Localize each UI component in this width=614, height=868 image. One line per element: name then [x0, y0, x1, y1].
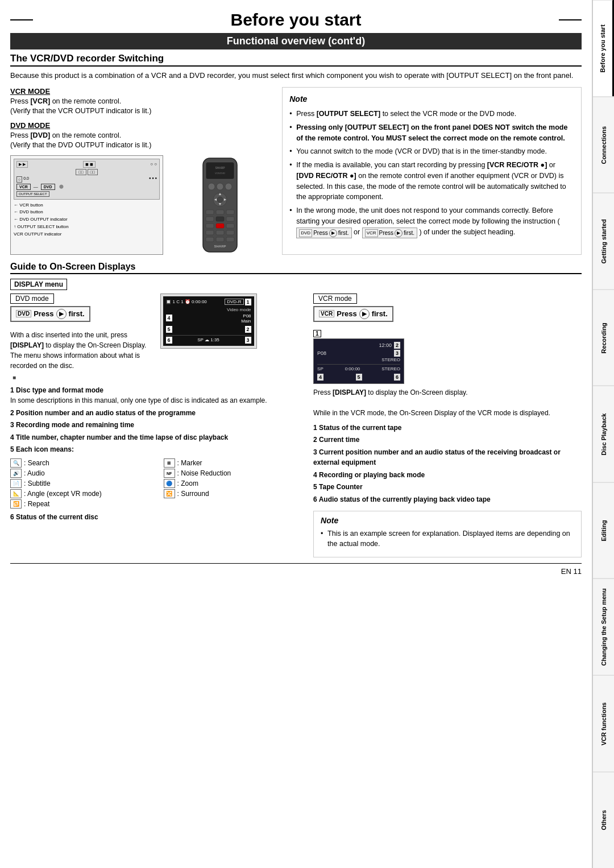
vcr-desc-text: Press [DISPLAY] to display the On-Screen… [313, 387, 582, 418]
side-tab-others[interactable]: Others [593, 772, 614, 869]
dvd-items-list: 1 Disc type and format mode In some desc… [10, 385, 305, 456]
side-tab-before-you-start[interactable]: Before you start [593, 0, 614, 97]
page-number: EN 11 [561, 567, 582, 576]
vcr-button-label: ← VCR button [14, 202, 160, 209]
side-tab-connections[interactable]: Connections [593, 97, 614, 193]
bottom-bar: EN 11 [10, 563, 582, 576]
instruction-inline-dvd: DVD Press ▶ first. [296, 228, 351, 238]
svg-rect-14 [216, 210, 224, 214]
svg-rect-27 [226, 237, 234, 242]
vcr-mode-desc: Press [VCR] on the remote control.(Verif… [10, 97, 273, 117]
svg-point-6 [225, 183, 232, 190]
dvd-output-label: ← DVD OUTPUT indicator [14, 216, 160, 224]
side-tab-recording[interactable]: Recording [593, 290, 614, 386]
svg-rect-1 [206, 162, 234, 179]
svg-rect-15 [226, 210, 234, 214]
bottom-note: Note This is an example screen for expla… [313, 511, 582, 558]
svg-text:SHARP: SHARP [214, 245, 226, 248]
svg-rect-13 [206, 210, 214, 214]
svg-text:SHARP: SHARP [215, 166, 225, 170]
page-title: Before you start [10, 6, 582, 33]
side-tab-editing[interactable]: Editing [593, 482, 614, 579]
svg-rect-21 [226, 224, 234, 228]
side-tab-disc-playback[interactable]: Disc Playback [593, 386, 614, 482]
display-menu-label: DISPLAY menu [10, 279, 67, 290]
guide-title: Guide to On-Screen Displays [10, 262, 582, 274]
svg-point-4 [208, 183, 215, 190]
dvd-press-first: DVD Press ▶ first. [10, 306, 90, 322]
note-item-5: In the wrong mode, the unit does not res… [289, 205, 574, 238]
section-title-bar: Functional overview (cont'd) [10, 33, 582, 49]
svg-text:VCR/DVD: VCR/DVD [215, 172, 225, 175]
vcr-mode-label: VCR MODE [10, 87, 273, 96]
bottom-note-item: This is an example screen for explanatio… [321, 528, 574, 550]
note-item-1: Press [OUTPUT SELECT] to select the VCR … [289, 109, 574, 119]
svg-text:▲: ▲ [218, 192, 222, 196]
note-item-4: If the media is available, you can start… [289, 160, 574, 202]
svg-rect-25 [206, 237, 214, 242]
icons-table: 🔍: Search ▦: Marker 🔊: Audio NF: Noise R… [10, 458, 305, 509]
vcr-items-list: 1 Status of the current tape 2 Current t… [313, 423, 582, 505]
svg-rect-26 [216, 237, 224, 242]
svg-point-5 [217, 183, 223, 190]
svg-rect-19 [206, 224, 214, 228]
output-select-label: ↑ OUTPUT SELECT button [14, 224, 160, 231]
side-tab-vcr-functions[interactable]: VCR functions [593, 675, 614, 772]
svg-rect-24 [226, 230, 234, 235]
note-item-2: Pressing only [OUTPUT SELECT] on the fro… [289, 122, 574, 144]
svg-rect-17 [216, 217, 224, 221]
svg-rect-16 [206, 217, 214, 221]
instruction-inline-vcr: VCR Press ▶ first. [362, 228, 417, 238]
dvd-mode-desc: Press [DVD] on the remote control.(Verif… [10, 131, 273, 151]
vcr-press-first: VCR Press ▶ first. [313, 306, 393, 322]
svg-rect-22 [206, 230, 214, 235]
vcr-dvd-title: The VCR/DVD recorder Switching [10, 53, 582, 67]
dvd-mode-box: DVD mode [10, 294, 54, 304]
note-title: Note [289, 93, 574, 106]
note-item-3: You cannot switch to the mode (VCR or DV… [289, 146, 574, 157]
svg-text:►: ► [223, 197, 227, 201]
vcr-output-label: VCR OUTPUT indicator [14, 231, 160, 238]
svg-rect-23 [216, 230, 224, 235]
svg-text:◄: ◄ [213, 197, 217, 201]
dvd-button-label: ← DVD button [14, 209, 160, 216]
dvd-desc-text: With a disc inserted into the unit, pres… [10, 330, 156, 371]
svg-rect-18 [226, 217, 234, 221]
svg-text:▼: ▼ [218, 202, 222, 206]
bottom-note-title: Note [321, 516, 574, 525]
side-tab-setup-menu[interactable]: Changing the Setup menu [593, 578, 614, 675]
side-tab-getting-started[interactable]: Getting started [593, 193, 614, 290]
vcr-mode-box: VCR mode [313, 294, 357, 304]
intro-text: Because this product is a combination of… [10, 70, 582, 81]
svg-rect-20 [216, 224, 224, 228]
dvd-mode-label: DVD MODE [10, 121, 273, 130]
dvd-item6: 6 Status of the current disc [10, 512, 305, 523]
side-tabs: Before you start Connections Getting sta… [592, 0, 614, 868]
